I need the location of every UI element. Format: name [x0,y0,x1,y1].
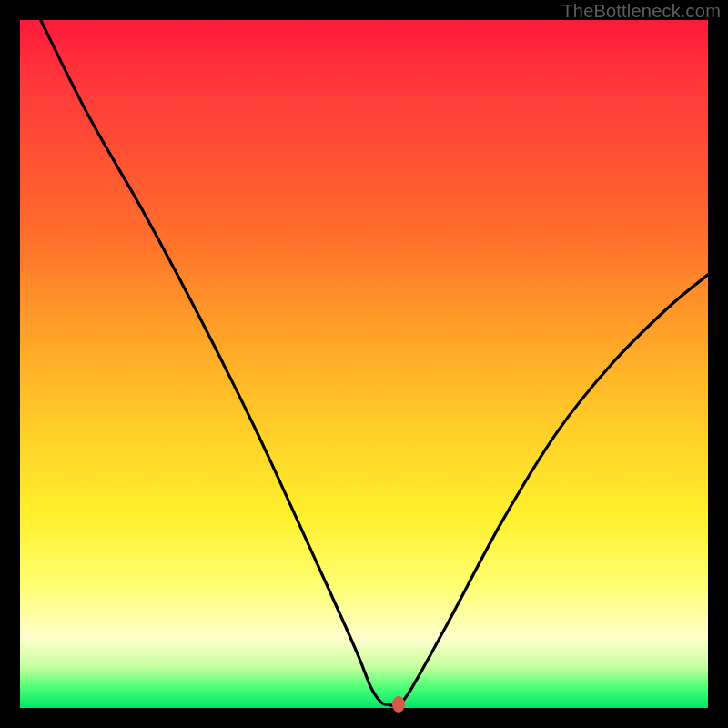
optimal-point-marker [392,696,405,713]
chart-frame: TheBottleneck.com [0,0,728,728]
plot-area [20,20,708,708]
bottleneck-curve [20,20,708,708]
attribution-text: TheBottleneck.com [561,1,721,22]
